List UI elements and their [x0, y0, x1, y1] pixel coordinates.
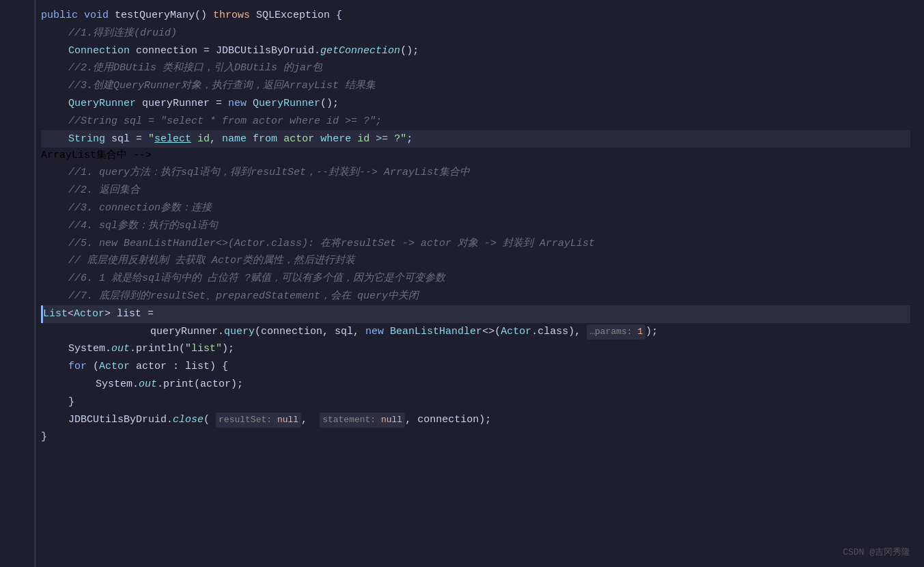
class-jdbc-2: JDBCUtilsByDruid.: [68, 411, 173, 429]
generic-actor: <: [68, 305, 74, 323]
keyword-throws: throws: [213, 7, 256, 25]
system-out-2: System.: [96, 376, 139, 393]
code-line-16: //7. 底层得到的resultSet、preparedStatement，会在…: [41, 288, 910, 305]
code-line-2: //1.得到连接(druid): [41, 25, 910, 42]
code-line-22: }: [41, 393, 910, 411]
var-queryrunner-2: queryRunner.: [150, 323, 224, 341]
param-hint-statement: statement: null: [320, 413, 405, 428]
string-gte: >=: [376, 130, 388, 148]
comment-1: //1.得到连接(druid): [68, 25, 177, 42]
comment-6: //2. 返回集合: [68, 182, 140, 199]
keyword-public: public: [41, 7, 84, 25]
code-line-7: //String sql = "select * from actor wher…: [41, 113, 910, 130]
comment-2: //2.使用DBUtils 类和接口，引入DBUtils 的jar包: [68, 59, 322, 77]
for-paren: (: [93, 358, 99, 376]
out-1: out: [111, 340, 130, 358]
comment-8: //4. sql参数：执行的sql语句: [68, 217, 218, 235]
string-name: name: [222, 130, 247, 148]
connection-param: , connection);: [405, 411, 491, 429]
var-sql: sql =: [111, 130, 148, 148]
string-actor: actor: [277, 130, 320, 148]
comment-12: //7. 底层得到的resultSet、preparedStatement，会在…: [68, 288, 419, 305]
code-line-14: // 底层使用反射机制 去获取 Actor类的属性，然后进行封装: [41, 252, 910, 270]
code-line-21: System.out.print(actor);: [41, 376, 910, 393]
punct-5: (: [204, 411, 216, 429]
comma-1: ,: [301, 411, 320, 429]
method-query: query: [224, 323, 255, 341]
code-line-12: //4. sql参数：执行的sql语句: [41, 217, 910, 235]
method-close: close: [173, 411, 204, 429]
comment-5: //1. query方法：执行sql语句，得到resultSet，--封装到--…: [68, 164, 470, 182]
code-line-18: queryRunner.query(connection, sql, new B…: [41, 323, 910, 341]
var-queryrunner: queryRunner =: [142, 95, 228, 113]
type-actor-3: Actor: [99, 358, 136, 376]
code-line-3: Connection connection = JDBCUtilsByDruid…: [41, 42, 910, 60]
string-id: id: [351, 130, 376, 148]
var-actor: actor : list) {: [136, 358, 228, 376]
param-hint-null-2: null: [381, 415, 402, 425]
comment-9: //5. new BeanListHandler<>(Actor.class):…: [68, 235, 595, 253]
param-hint-resultset: resultSet: null: [216, 413, 301, 428]
code-line-4: //2.使用DBUtils 类和接口，引入DBUtils 的jar包: [41, 59, 910, 77]
comment-4: //String sql = "select * from actor wher…: [68, 113, 382, 130]
code-line-19: System.out.println("list");: [41, 340, 910, 358]
string-list: "list": [185, 340, 222, 358]
brace-close-1: }: [68, 393, 74, 411]
code-line-5: //3.创建QueryRunner对象，执行查询，返回ArrayList 结果集: [41, 77, 910, 95]
keyword-void: void: [84, 7, 115, 25]
code-editor: public void testQueryMany() throws SQLEx…: [0, 0, 924, 567]
class-jdbc: JDBCUtilsByDruid.: [216, 42, 320, 60]
generic-2: <>(: [482, 323, 501, 341]
dot-class: .class),: [531, 323, 587, 341]
code-line-10: //2. 返回集合: [41, 182, 910, 199]
code-line-6: QueryRunner queryRunner = new QueryRunne…: [41, 95, 910, 113]
string-from-kw: from: [253, 130, 277, 148]
semicolon-1: ;: [406, 130, 412, 148]
print-1: .print(actor);: [157, 376, 243, 393]
brace-close-2: }: [41, 428, 47, 446]
system-out-1: System.: [68, 340, 111, 358]
code-line-1: public void testQueryMany() throws SQLEx…: [41, 7, 910, 25]
code-line-8: String sql = "select id, name from actor…: [41, 130, 910, 148]
code-line-17: List<Actor> list =: [41, 305, 910, 323]
code-line-9: //1. query方法：执行sql语句，得到resultSet，--封装到--…: [41, 164, 910, 182]
string-where: where: [320, 130, 351, 148]
punct-1: ();: [320, 95, 339, 113]
code-line-11: //3. connection参数：连接: [41, 199, 910, 217]
keyword-new-1: new: [228, 95, 253, 113]
string-quote-open: ": [148, 130, 154, 148]
punct-3: );: [645, 323, 658, 341]
var-list: list =: [117, 305, 154, 323]
punct-paren: ();: [400, 42, 419, 60]
exception-type: SQLException {: [256, 7, 342, 25]
left-border: [34, 0, 36, 567]
keyword-new-2: new: [365, 323, 390, 341]
type-connection: Connection: [68, 42, 136, 60]
comment-10: // 底层使用反射机制 去获取 Actor类的属性，然后进行封装: [68, 252, 355, 270]
code-line-24: }: [41, 428, 910, 446]
method-name: testQueryMany(): [115, 7, 213, 25]
string-from: [247, 130, 253, 148]
type-actor: Actor: [74, 305, 104, 323]
string-select: select: [154, 130, 191, 148]
param-hint-null-1: null: [277, 415, 298, 425]
param-hint-params: …params: 1: [587, 324, 645, 340]
watermark: CSDN @吉冈秀隆: [843, 546, 910, 560]
type-string: String: [68, 130, 111, 148]
param-hint-value: 1: [637, 327, 643, 337]
var-connection: connection =: [136, 42, 216, 60]
type-list: List: [43, 305, 68, 323]
comment-7: //3. connection参数：连接: [68, 199, 212, 217]
code-line-13: //5. new BeanListHandler<>(Actor.class):…: [41, 235, 910, 253]
keyword-for: for: [68, 358, 93, 376]
string-space1: id,: [191, 130, 222, 148]
class-queryrunner: QueryRunner: [253, 95, 320, 113]
code-line-15: //6. 1 就是给sql语句中的 占位符 ?赋值，可以有多个值，因为它是个可变…: [41, 270, 910, 288]
string-qmark: ?": [388, 130, 406, 148]
type-queryrunner: QueryRunner: [68, 95, 142, 113]
println-1: .println(: [130, 340, 185, 358]
code-line-20: for (Actor actor : list) {: [41, 358, 910, 376]
comment-11: //6. 1 就是给sql语句中的 占位符 ?赋值，可以有多个值，因为它是个可变…: [68, 270, 445, 288]
out-2: out: [139, 376, 157, 393]
code-line-23: JDBCUtilsByDruid.close( resultSet: null,…: [41, 411, 910, 429]
